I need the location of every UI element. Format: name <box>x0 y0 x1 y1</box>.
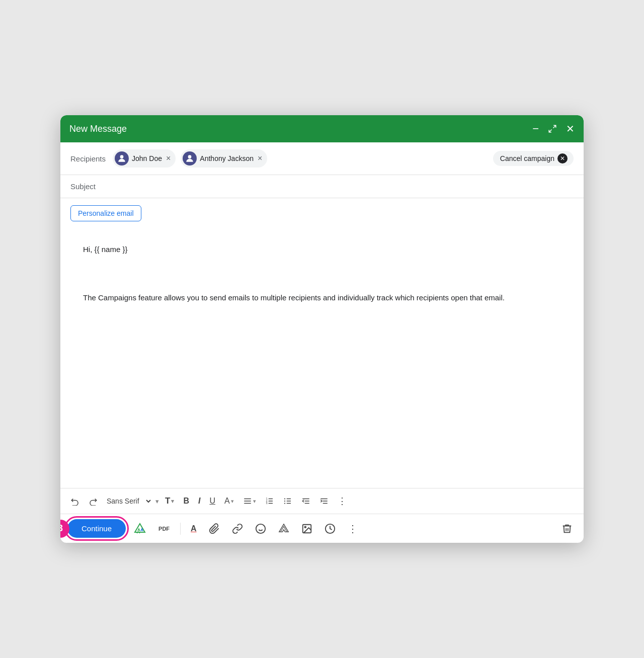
more-formatting-button[interactable]: ⋮ <box>335 494 350 509</box>
svg-point-25 <box>256 524 265 533</box>
email-line3: The Campaigns feature allows you to send… <box>83 293 505 302</box>
bottom-bar: 3 Continue PDF A <box>60 514 584 543</box>
step-badge: 3 <box>60 520 69 538</box>
svg-point-29 <box>304 526 306 528</box>
italic-button[interactable]: I <box>195 495 203 508</box>
compose-window: New Message − ✕ Recipients <box>60 115 584 543</box>
svg-point-18 <box>284 503 285 504</box>
recipients-label: Recipients <box>70 154 106 163</box>
close-button[interactable]: ✕ <box>566 123 575 135</box>
recipient-chip-anthony: Anthony Jackson × <box>181 149 267 168</box>
indent-less-button[interactable] <box>298 495 313 508</box>
compose-title: New Message <box>69 124 127 134</box>
pdf-button[interactable]: PDF <box>154 524 174 534</box>
personalize-row: Personalize email <box>60 198 584 226</box>
bold-button[interactable]: B <box>180 495 192 508</box>
svg-point-16 <box>284 498 285 499</box>
svg-line-1 <box>549 130 551 132</box>
subject-row: Subject <box>60 175 584 198</box>
email-body-text: Hi, {{ name }} The Campaigns feature all… <box>70 231 574 316</box>
font-family-select[interactable]: Sans Serif Serif Monospace <box>104 495 152 508</box>
svg-point-2 <box>120 155 124 158</box>
avatar-anthony <box>183 151 197 166</box>
continue-button[interactable]: Continue <box>67 519 126 538</box>
delete-button[interactable] <box>557 521 577 536</box>
redo-button[interactable] <box>86 495 101 508</box>
subject-input[interactable] <box>100 182 574 191</box>
remove-anthony-button[interactable]: × <box>258 154 262 162</box>
email-line1: Hi, {{ name }} <box>83 245 127 254</box>
font-color-button[interactable]: A▾ <box>221 495 237 508</box>
separator-1 <box>180 523 181 535</box>
formatting-toolbar: Sans Serif Serif Monospace ▾ T ▾ B I U A… <box>60 488 584 514</box>
emoji-button[interactable] <box>251 521 270 536</box>
cancel-campaign-button[interactable]: Cancel campaign ✕ <box>493 151 574 166</box>
recipient-chip-john: John Doe × <box>113 149 176 168</box>
spell-check-button[interactable] <box>130 521 150 537</box>
svg-text:3.: 3. <box>266 502 268 505</box>
personalize-button[interactable]: Personalize email <box>70 205 141 221</box>
recipient-name-anthony: Anthony Jackson <box>200 154 254 162</box>
link-button[interactable] <box>228 521 247 536</box>
svg-point-17 <box>284 501 285 502</box>
svg-line-0 <box>553 125 556 128</box>
attachment-button[interactable] <box>205 521 224 536</box>
compose-header: New Message − ✕ <box>60 115 584 142</box>
recipients-row: Recipients John Doe × Anthony Jackson × <box>60 142 584 175</box>
bullet-list-button[interactable] <box>280 495 295 508</box>
recipient-name-john: John Doe <box>132 154 162 162</box>
schedule-button[interactable] <box>320 521 340 536</box>
email-body[interactable]: Hi, {{ name }} The Campaigns feature all… <box>60 226 584 488</box>
drive-button[interactable] <box>274 521 293 536</box>
cancel-x-icon: ✕ <box>557 153 568 163</box>
subject-label: Subject <box>70 182 96 191</box>
svg-point-3 <box>188 155 192 158</box>
minimize-button[interactable]: − <box>532 122 539 135</box>
avatar-john <box>115 151 129 166</box>
align-button[interactable]: ▾ <box>240 495 259 508</box>
font-color-bottom-button[interactable]: A <box>187 522 201 535</box>
numbered-list-button[interactable]: 1. 2. 3. <box>262 495 277 508</box>
indent-more-button[interactable] <box>316 495 332 508</box>
cancel-campaign-label: Cancel campaign <box>500 154 554 162</box>
header-actions: − ✕ <box>532 122 575 135</box>
image-button[interactable] <box>297 521 316 536</box>
undo-button[interactable] <box>67 495 83 508</box>
more-options-button[interactable]: ⋮ <box>344 521 362 537</box>
underline-button[interactable]: U <box>206 495 218 508</box>
remove-john-button[interactable]: × <box>166 154 171 162</box>
expand-button[interactable] <box>548 124 557 133</box>
font-size-button[interactable]: T ▾ <box>162 494 177 508</box>
